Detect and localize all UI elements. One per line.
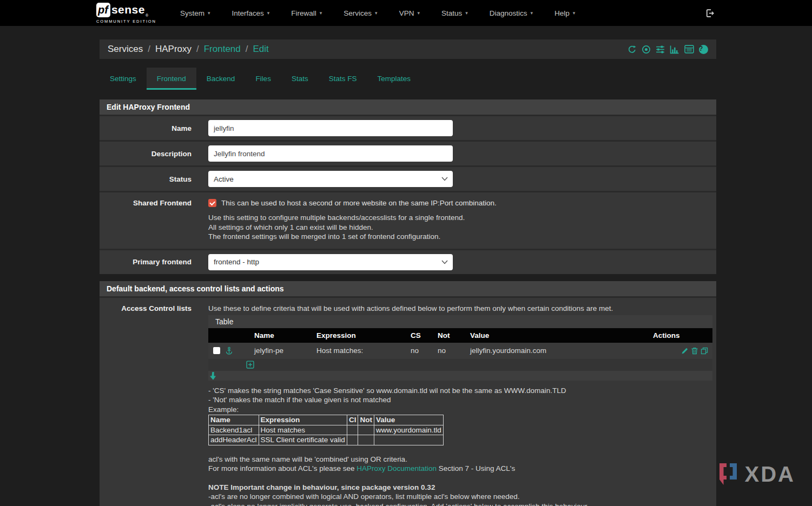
record-icon[interactable] (642, 45, 651, 54)
chevron-down-icon: ▾ (573, 10, 576, 16)
col-cs: CS (411, 331, 438, 339)
acl-table-footer (208, 371, 712, 381)
xda-brackets-icon (717, 462, 741, 487)
pf-badge: pf (96, 3, 110, 17)
panel-title: Edit HAProxy Frontend (100, 99, 716, 115)
nav-item-diagnostics[interactable]: Diagnostics▾ (479, 0, 544, 26)
tab-backend[interactable]: Backend (196, 68, 246, 90)
primary-frontend-select[interactable]: frontend - http (208, 254, 453, 270)
cell-name: jelyfin-pe (254, 347, 316, 355)
example-col-not: Not (358, 415, 374, 425)
tab-stats[interactable]: Stats (281, 68, 319, 90)
name-input[interactable] (208, 120, 453, 136)
nav-item-status[interactable]: Status▾ (431, 0, 479, 26)
description-input[interactable] (208, 145, 453, 162)
move-down-icon[interactable] (209, 371, 217, 381)
help-line: Use this setting to configure multiple b… (208, 213, 716, 223)
chevron-down-icon: ▾ (267, 10, 270, 16)
anchor-icon[interactable] (225, 347, 233, 355)
breadcrumb-haproxy[interactable]: HAProxy (155, 44, 192, 55)
breadcrumb-separator: / (196, 44, 199, 55)
nav-item-vpn[interactable]: VPN▾ (388, 0, 431, 26)
haproxy-documentation-link[interactable]: HAProxy Documentation (357, 464, 437, 472)
shared-frontend-row: Shared Frontend This can be used to host… (100, 192, 716, 249)
help-icon[interactable]: ? (699, 45, 708, 54)
example-cell (374, 435, 443, 445)
col-actions: Actions (653, 331, 712, 339)
example-row: Backend1acl Host matches www.yourdomain.… (209, 425, 444, 435)
refresh-icon[interactable] (627, 45, 637, 54)
version-note-title: NOTE Important change in behaviour, sinc… (208, 483, 712, 492)
note-line: - 'CS' makes the string matches 'Case Se… (208, 386, 712, 396)
tab-templates[interactable]: Templates (367, 68, 421, 90)
pfsense-logo[interactable]: pf sense ® COMMUNITY EDITION (96, 3, 156, 24)
xda-watermark: XDA (717, 462, 795, 487)
shared-frontend-checkbox-text: This can be used to host a second or mor… (221, 199, 497, 207)
example-col-value: Value (374, 415, 443, 425)
nav-item-services[interactable]: Services▾ (333, 0, 388, 26)
acl-table-row: jelyfin-pe Host matches: no no jellyfin.… (208, 343, 712, 359)
example-cell (347, 435, 358, 445)
example-cell (358, 425, 374, 435)
cell-value: jellyfin.yourdomain.com (470, 347, 653, 355)
nav-item-label: Help (554, 9, 570, 17)
tab-files[interactable]: Files (245, 68, 281, 90)
copy-icon[interactable] (701, 347, 708, 355)
table-icon[interactable] (684, 45, 694, 54)
example-label: Example: (208, 405, 712, 415)
example-cell: Host matches (259, 425, 347, 435)
acl-table-header: Name Expression CS Not Value Actions (208, 328, 712, 343)
bar-chart-icon[interactable] (670, 45, 679, 54)
nav-item-label: Diagnostics (490, 9, 527, 17)
add-icon[interactable] (246, 361, 254, 369)
help-line: All settings of which only 1 can exist w… (208, 223, 716, 232)
default-backend-panel: Default backend, access control lists an… (100, 281, 716, 506)
breadcrumb-separator: / (148, 44, 150, 55)
breadcrumb-frontend[interactable]: Frontend (204, 44, 241, 55)
example-col-name: Name (209, 415, 259, 425)
note-line: - 'Not' makes the match if the value giv… (208, 395, 712, 405)
row-checkbox[interactable] (213, 347, 220, 354)
nav-item-system[interactable]: System▾ (169, 0, 221, 26)
tab-stats-fs[interactable]: Stats FS (319, 68, 367, 90)
registered-mark: ® (146, 14, 148, 17)
logout-icon[interactable] (705, 9, 715, 18)
pfsense-logo-wordmark: pf sense ® (96, 3, 156, 17)
chevron-down-icon: ▾ (320, 10, 322, 16)
tab-frontend[interactable]: Frontend (147, 68, 196, 90)
example-cell (347, 425, 358, 435)
nav-item-label: System (180, 9, 204, 17)
cell-expression: Host matches: (316, 347, 411, 355)
nav-item-label: Firewall (291, 9, 316, 17)
logo-edition-text: COMMUNITY EDITION (96, 19, 156, 24)
example-cell: addHeaderAcl (209, 435, 259, 445)
nav-item-interfaces[interactable]: Interfaces▾ (221, 0, 280, 26)
col-value: Value (470, 331, 653, 339)
example-row: addHeaderAcl SSL Client certificate vali… (209, 435, 444, 445)
chevron-down-icon: ▾ (531, 10, 533, 16)
nav-item-help[interactable]: Help▾ (544, 0, 586, 26)
sliders-icon[interactable] (656, 45, 665, 54)
name-row: Name (100, 116, 716, 140)
nav-item-label: VPN (399, 9, 414, 17)
example-col-ci: CI (347, 415, 358, 425)
nav-item-label: Services (344, 9, 372, 17)
acl-add-row (208, 359, 712, 371)
edit-icon[interactable] (681, 347, 689, 355)
tab-bar: Settings Frontend Backend Files Stats St… (100, 68, 716, 90)
more-info-prefix: For more information about ACL's please … (208, 464, 357, 472)
delete-icon[interactable] (691, 347, 698, 355)
nav-item-firewall[interactable]: Firewall▾ (280, 0, 333, 26)
page-action-icons: ? (627, 45, 708, 54)
status-select[interactable]: Active (208, 171, 453, 187)
description-label: Description (100, 150, 208, 158)
nav-item-label: Status (441, 9, 462, 17)
shared-frontend-checkbox[interactable] (208, 199, 216, 207)
breadcrumb-services[interactable]: Services (108, 44, 143, 55)
breadcrumb-edit: Edit (253, 44, 269, 55)
tab-settings[interactable]: Settings (100, 68, 147, 90)
xda-text: XDA (745, 462, 795, 487)
primary-frontend-label: Primary frontend (100, 258, 208, 266)
logo-sense-text: sense (111, 3, 145, 16)
top-navbar: pf sense ® COMMUNITY EDITION System▾ Int… (0, 0, 812, 26)
